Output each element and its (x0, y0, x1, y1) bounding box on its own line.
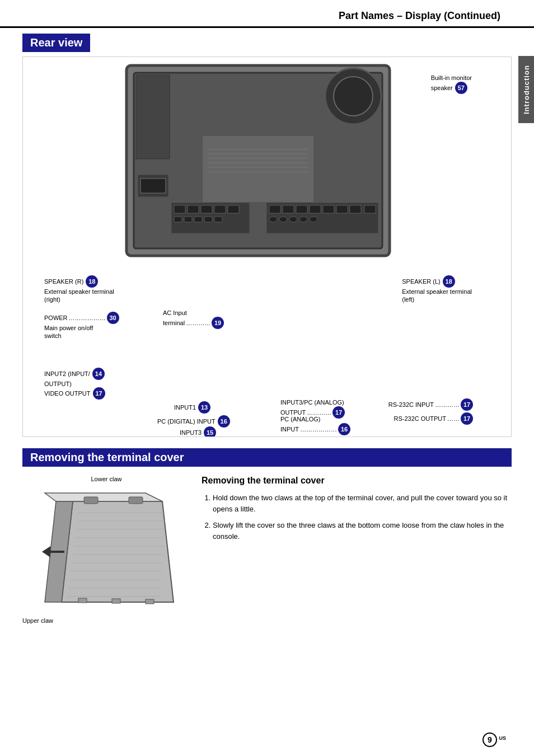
rear-view-diagram: Built-in monitor speaker 57 SPEAKER (R) … (22, 57, 512, 437)
terminal-cover-steps: Hold down the two claws at the top of th… (202, 492, 512, 542)
svg-rect-22 (323, 205, 334, 213)
svg-rect-32 (140, 179, 166, 193)
svg-rect-25 (364, 205, 376, 213)
input2-label: INPUT2 (INPUT/ 14 OUTPUT) (44, 368, 105, 388)
input3-label: INPUT3 15 (180, 426, 216, 437)
svg-rect-54 (129, 497, 143, 504)
svg-rect-57 (112, 599, 120, 603)
terminal-cover-content: Lower claw (22, 476, 512, 621)
main-content: Rear view (0, 28, 534, 632)
pc-digital-label: PC (DIGITAL) INPUT 16 (157, 415, 230, 428)
speaker-l-label: SPEAKER (L) 18 External speaker terminal… (402, 275, 472, 304)
lower-claw-label: Lower claw (22, 476, 190, 482)
svg-rect-16 (204, 217, 212, 222)
page-number: 9 US (483, 732, 506, 747)
locale-badge: US (499, 735, 506, 741)
svg-rect-10 (201, 205, 212, 213)
svg-rect-14 (184, 217, 192, 222)
svg-rect-24 (350, 205, 361, 213)
svg-marker-39 (62, 501, 174, 602)
step-2: Slowly lift the cover so the three claws… (213, 520, 512, 542)
svg-rect-8 (174, 205, 185, 213)
svg-rect-13 (174, 217, 182, 222)
svg-rect-29 (299, 217, 307, 222)
svg-rect-12 (228, 205, 239, 213)
svg-point-4 (334, 77, 373, 116)
rs232c-output-label: RS-232C OUTPUT …… 17 (394, 412, 473, 425)
svg-rect-9 (188, 205, 199, 213)
svg-rect-27 (279, 217, 287, 222)
terminal-cover-illustration (22, 485, 185, 613)
video-output-label: VIDEO OUTPUT 17 (44, 387, 105, 400)
svg-rect-53 (84, 497, 98, 504)
terminal-cover-heading: Removing the terminal cover (202, 476, 512, 486)
input1-label: INPUT1 13 (174, 401, 210, 414)
step-1: Hold down the two claws at the top of th… (213, 492, 512, 514)
page-title: Part Names – Display (Continued) (339, 10, 500, 21)
rear-view-header: Rear view (22, 34, 90, 52)
svg-rect-28 (289, 217, 297, 222)
power-label: POWER ……………… 30 Main power on/off switch (44, 312, 119, 340)
svg-rect-19 (283, 205, 294, 213)
terminal-cover-instructions: Removing the terminal cover Hold down th… (202, 476, 512, 621)
svg-marker-41 (45, 493, 162, 501)
svg-rect-21 (310, 205, 321, 213)
built-in-speaker-label: Built-in monitor speaker 57 (431, 74, 472, 94)
svg-rect-15 (194, 217, 202, 222)
svg-rect-23 (336, 205, 348, 213)
svg-rect-56 (78, 598, 87, 603)
speaker-r-label: SPEAKER (R) 18 External speaker terminal… (44, 275, 114, 304)
rs232c-input-label: RS-232C INPUT ………… 17 (388, 398, 473, 411)
svg-rect-2 (136, 75, 170, 159)
ac-input-label: AC Input terminal ………… 19 (163, 309, 224, 329)
svg-rect-58 (146, 599, 154, 604)
tv-back-illustration (124, 63, 392, 264)
svg-rect-20 (296, 205, 307, 213)
svg-rect-30 (310, 217, 317, 222)
terminal-cover-header: Removing the terminal cover (22, 448, 512, 467)
terminal-cover-diagram: Lower claw (22, 476, 190, 621)
page-header: Part Names – Display (Continued) (0, 0, 534, 28)
svg-rect-26 (269, 217, 277, 222)
svg-rect-17 (214, 217, 222, 222)
upper-claw-label: Upper claw (22, 617, 190, 624)
svg-rect-5 (202, 135, 314, 203)
terminal-cover-section: Removing the terminal cover Lower claw (22, 448, 512, 621)
svg-rect-18 (269, 205, 280, 213)
pc-analog-label: PC (ANALOG) INPUT ……………… 16 (280, 415, 350, 435)
svg-rect-11 (214, 205, 226, 213)
